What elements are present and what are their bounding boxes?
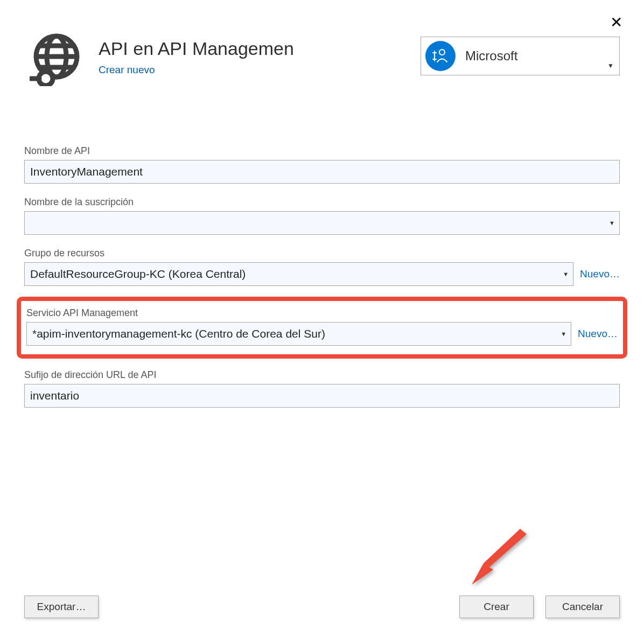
field-apim-service: Servicio API Management *apim-inventorym… (26, 307, 618, 346)
field-subscription: Nombre de la suscripción ▼ (24, 197, 620, 235)
close-button[interactable]: ✕ (610, 15, 622, 30)
caret-down-icon: ▼ (561, 331, 566, 337)
caret-down-icon: ▼ (563, 271, 569, 277)
form-body: Nombre de API Nombre de la suscripción ▼… (0, 86, 644, 408)
apim-service-label: Servicio API Management (26, 307, 618, 319)
api-globe-icon (30, 32, 83, 86)
subscription-label: Nombre de la suscripción (24, 197, 620, 208)
api-name-label: Nombre de API (24, 145, 620, 157)
create-button[interactable]: Crear (459, 596, 534, 618)
export-button[interactable]: Exportar… (24, 596, 99, 618)
caret-down-icon: ▼ (609, 220, 615, 226)
apim-service-dropdown[interactable]: *apim-inventorymanagement-kc (Centro de … (26, 322, 571, 346)
dialog-footer: Exportar… Crear Cancelar (24, 596, 620, 618)
api-name-input[interactable] (24, 160, 620, 184)
resource-group-new-link[interactable]: Nuevo… (580, 268, 620, 280)
resource-group-value: DefaultResourceGroup-KC (Korea Central) (30, 268, 246, 281)
subscription-dropdown[interactable]: ▼ (24, 211, 620, 235)
field-url-suffix: Sufijo de dirección URL de API (24, 369, 620, 408)
account-name: Microsoft (465, 48, 607, 64)
resource-group-label: Grupo de recursos (24, 248, 620, 259)
field-api-name: Nombre de API (24, 145, 620, 184)
svg-point-7 (439, 50, 445, 55)
apim-service-new-link[interactable]: Nuevo… (578, 328, 618, 340)
url-suffix-label: Sufijo de dirección URL de API (24, 369, 620, 381)
field-resource-group: Grupo de recursos DefaultResourceGroup-K… (24, 248, 620, 286)
account-picker[interactable]: Microsoft ▼ (421, 37, 620, 75)
svg-marker-12 (484, 529, 527, 568)
cancel-button[interactable]: Cancelar (545, 596, 620, 618)
dialog-subtitle: Crear nuevo (99, 64, 294, 76)
url-suffix-input[interactable] (24, 384, 620, 408)
account-avatar-icon (425, 41, 456, 71)
resource-group-dropdown[interactable]: DefaultResourceGroup-KC (Korea Central) … (24, 262, 573, 286)
dialog-title: API en API Managemen (99, 38, 294, 60)
svg-marker-11 (472, 563, 493, 585)
caret-down-icon: ▼ (607, 62, 614, 75)
arrow-annotation-icon (466, 526, 531, 590)
highlighted-section: Servicio API Management *apim-inventorym… (17, 297, 627, 359)
apim-service-value: *apim-inventorymanagement-kc (Centro de … (32, 327, 325, 340)
